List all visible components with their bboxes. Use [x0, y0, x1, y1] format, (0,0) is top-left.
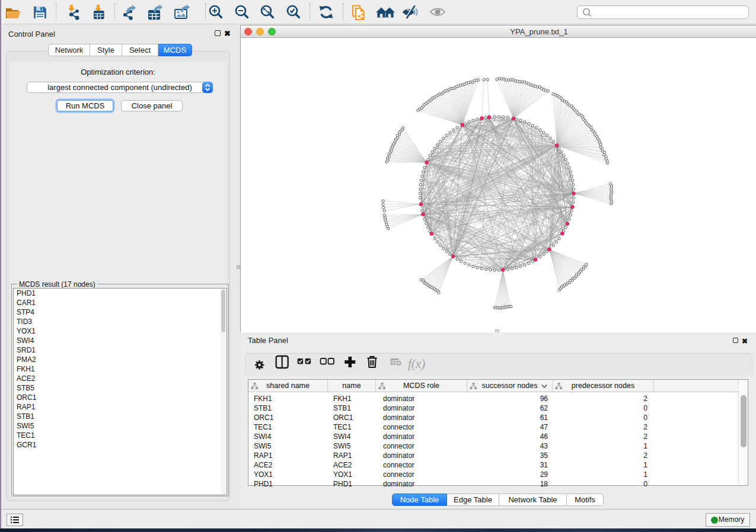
svg-text:f(x): f(x)	[408, 357, 425, 371]
